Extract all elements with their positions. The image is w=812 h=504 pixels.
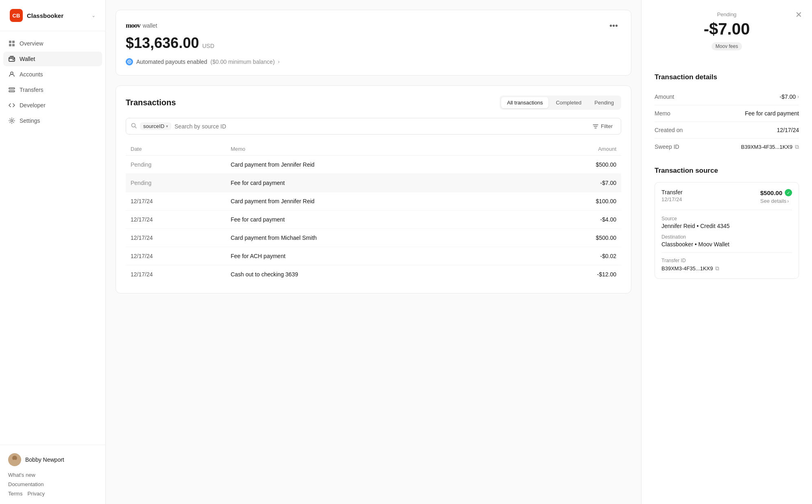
detail-memo-row: Memo Fee for card payment — [655, 105, 799, 122]
row-memo: Card payment from Jennifer Reid — [226, 156, 526, 174]
payout-enabled-icon — [126, 58, 133, 65]
table-row[interactable]: 12/17/24 Fee for ACH payment -$0.02 — [126, 247, 621, 265]
row-date: 12/17/24 — [126, 229, 226, 247]
detail-amount-row: Amount -$7.00 › — [655, 89, 799, 105]
table-row[interactable]: Pending Card payment from Jennifer Reid … — [126, 156, 621, 174]
svg-rect-5 — [13, 59, 14, 60]
brand-name: Classbooker — [27, 12, 87, 19]
whats-new-link[interactable]: What's new — [8, 471, 97, 479]
col-amount: Amount — [526, 143, 621, 156]
table-row[interactable]: 12/17/24 Card payment from Michael Smith… — [126, 229, 621, 247]
created-on-value: 12/17/24 — [777, 127, 799, 133]
source-amount-row: $500.00 ✓ — [760, 189, 792, 196]
sidebar-item-settings-label: Settings — [20, 117, 40, 124]
row-date: 12/17/24 — [126, 211, 226, 229]
amount-link[interactable]: -$7.00 › — [779, 93, 799, 100]
transfer-success-icon: ✓ — [785, 189, 792, 196]
balance-currency: USD — [202, 43, 214, 49]
balance-row: $13,636.00 USD — [126, 35, 621, 52]
svg-rect-7 — [9, 88, 15, 89]
main-content: moov wallet ••• $13,636.00 USD Automated… — [106, 0, 641, 504]
row-memo: Card payment from Michael Smith — [226, 229, 526, 247]
tab-all-transactions[interactable]: All transactions — [501, 97, 548, 108]
transaction-details-section: Transaction details Amount -$7.00 › Memo… — [655, 73, 799, 155]
sweep-id-value: B39XM3-4F35...1KX9 ⧉ — [741, 143, 799, 150]
row-amount: $500.00 — [526, 156, 621, 174]
table-row[interactable]: 12/17/24 Card payment from Jennifer Reid… — [126, 192, 621, 211]
row-memo: Card payment from Jennifer Reid — [226, 192, 526, 211]
transfer-id-copy-icon[interactable]: ⧉ — [715, 265, 719, 272]
source-transfer-date: 12/17/24 — [661, 196, 683, 202]
sweep-id-copy-icon[interactable]: ⧉ — [795, 143, 799, 150]
transactions-section: Transactions All transactions Completed … — [116, 85, 631, 293]
sidebar-item-overview[interactable]: Overview — [3, 36, 102, 51]
footer-links: What's new Documentation Terms Privacy — [3, 469, 102, 499]
detail-panel: ✕ Pending -$7.00 Moov fees Transaction d… — [641, 0, 812, 504]
payout-row[interactable]: Automated payouts enabled ($0.00 minimum… — [126, 58, 621, 65]
row-amount: $500.00 — [526, 229, 621, 247]
brand-icon: CB — [10, 9, 23, 22]
transfer-icon — [8, 86, 15, 93]
sidebar-item-accounts[interactable]: Accounts — [3, 67, 102, 82]
moov-logo: moov wallet — [126, 22, 157, 30]
svg-rect-2 — [9, 44, 11, 46]
row-memo: Fee for card payment — [226, 174, 526, 192]
transactions-tabs: All transactions Completed Pending — [500, 96, 621, 110]
source-filter-dropdown[interactable]: sourceID ▾ — [140, 122, 171, 130]
detail-created-row: Created on 12/17/24 — [655, 122, 799, 139]
see-details-link[interactable]: See details › — [760, 198, 792, 204]
brand-button[interactable]: CB Classbooker ⌄ — [7, 7, 99, 24]
terms-link[interactable]: Terms — [8, 490, 22, 497]
row-memo: Cash out to checking 3639 — [226, 265, 526, 284]
col-memo: Memo — [226, 143, 526, 156]
more-options-button[interactable]: ••• — [606, 20, 621, 31]
source-header: Transfer 12/17/24 $500.00 ✓ See details … — [661, 189, 792, 210]
table-row[interactable]: Pending Fee for card payment -$7.00 — [126, 174, 621, 192]
sidebar-item-transfers-label: Transfers — [20, 87, 44, 93]
sidebar-footer: Bobby Newport What's new Documentation T… — [0, 445, 105, 504]
transactions-title: Transactions — [126, 98, 176, 107]
payout-text: Automated payouts enabled — [136, 59, 207, 65]
filter-button[interactable]: Filter — [589, 122, 616, 131]
svg-point-6 — [11, 72, 13, 74]
close-panel-button[interactable]: ✕ — [794, 8, 804, 21]
svg-rect-1 — [12, 41, 15, 43]
wallet-card-header: moov wallet ••• — [126, 20, 621, 31]
sidebar-item-overview-label: Overview — [20, 40, 43, 47]
wallet-icon — [8, 55, 15, 63]
sidebar-item-wallet[interactable]: Wallet — [3, 52, 102, 66]
payout-chevron-icon: › — [278, 59, 279, 65]
svg-point-9 — [11, 120, 13, 122]
row-date: Pending — [126, 174, 226, 192]
user-profile[interactable]: Bobby Newport — [3, 450, 102, 469]
svg-rect-0 — [9, 41, 11, 43]
transactions-table: Date Memo Amount Pending Card payment fr… — [126, 143, 621, 283]
person-icon — [8, 71, 15, 78]
privacy-link[interactable]: Privacy — [27, 490, 45, 497]
amount-chevron-icon: › — [797, 94, 799, 100]
see-details-chevron-icon: › — [787, 198, 789, 204]
col-date: Date — [126, 143, 226, 156]
row-date: 12/17/24 — [126, 192, 226, 211]
documentation-link[interactable]: Documentation — [8, 480, 97, 488]
transaction-details-title: Transaction details — [655, 73, 799, 81]
search-icon — [131, 123, 137, 130]
table-row[interactable]: 12/17/24 Fee for card payment -$4.00 — [126, 211, 621, 229]
row-amount: -$12.00 — [526, 265, 621, 284]
tab-pending[interactable]: Pending — [589, 97, 620, 108]
sidebar-item-transfers[interactable]: Transfers — [3, 83, 102, 97]
tab-completed[interactable]: Completed — [550, 97, 587, 108]
destination-value: Classbooker • Moov Wallet — [661, 241, 792, 248]
code-icon — [8, 102, 15, 109]
sidebar-item-settings[interactable]: Settings — [3, 113, 102, 128]
payout-min: ($0.00 minimum balance) — [210, 59, 275, 65]
search-input[interactable] — [175, 123, 586, 130]
svg-rect-3 — [12, 44, 15, 46]
balance-amount: $13,636.00 — [126, 35, 199, 52]
brand-chevron-icon: ⌄ — [92, 13, 96, 18]
sidebar-item-developer[interactable]: Developer — [3, 98, 102, 113]
transfer-id-value: B39XM3-4F35...1KX9 ⧉ — [661, 265, 792, 272]
table-row[interactable]: 12/17/24 Cash out to checking 3639 -$12.… — [126, 265, 621, 284]
row-date: 12/17/24 — [126, 247, 226, 265]
source-value: Jennifer Reid • Credit 4345 — [661, 223, 792, 229]
